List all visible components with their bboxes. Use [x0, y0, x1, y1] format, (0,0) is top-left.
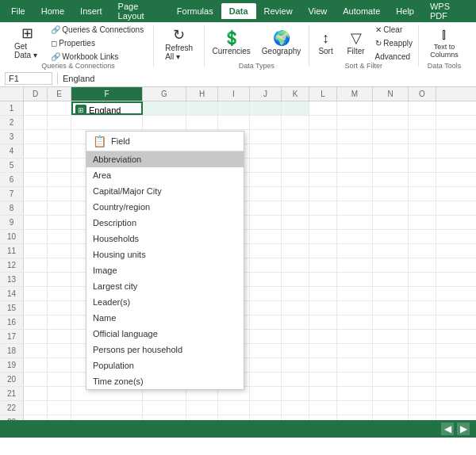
get-data-icon: ⊞	[21, 26, 33, 40]
scroll-left-button[interactable]: ◀	[441, 422, 454, 435]
field-dropdown-menu: 📋 Field Abbreviation Area Capital/Major …	[86, 131, 244, 390]
row-number-1: 1	[0, 101, 24, 115]
sort-filter-col: ✕ Clear ↻ Reapply Advanced	[372, 25, 416, 60]
tab-help[interactable]: Help	[388, 3, 422, 19]
cell-k1[interactable]	[282, 101, 309, 115]
row-number-14: 14	[0, 287, 24, 300]
cell-e2[interactable]	[48, 116, 71, 129]
reapply-button[interactable]: ↻ Reapply	[372, 37, 416, 49]
tab-formulas[interactable]: Formulas	[169, 3, 221, 19]
tab-wps-pdf[interactable]: WPS PDF	[422, 0, 473, 24]
tab-page-layout[interactable]: Page Layout	[110, 0, 169, 24]
queries-connections-group: ⊞ Get Data ▾ 🔗 Queries & Connections ◻ P…	[6, 25, 154, 67]
cell-j1[interactable]	[250, 101, 282, 115]
tab-review[interactable]: Review	[256, 3, 301, 19]
name-box[interactable]	[5, 72, 52, 85]
cell-h1[interactable]	[186, 101, 218, 115]
dropdown-item-capital[interactable]: Capital/Major City	[86, 183, 244, 199]
col-header-m[interactable]: M	[337, 87, 373, 101]
col-header-g[interactable]: G	[143, 87, 186, 101]
tab-insert[interactable]: Insert	[72, 3, 110, 19]
cell-e1[interactable]	[48, 101, 71, 115]
cell-d2[interactable]	[24, 116, 48, 129]
ribbon: File Home Insert Page Layout Formulas Da…	[0, 0, 476, 70]
dropdown-item-abbreviation[interactable]: Abbreviation	[86, 151, 244, 167]
cell-d1[interactable]	[24, 101, 48, 115]
dropdown-item-description[interactable]: Description	[86, 215, 244, 231]
cell-o1[interactable]	[409, 101, 436, 115]
queries-col: 🔗 Queries & Connections ◻ Properties 🔗 W…	[48, 25, 148, 60]
refresh-all-button[interactable]: ↻ RefreshAll ▾	[160, 27, 198, 62]
geography-button[interactable]: 🌍 Geography	[257, 25, 305, 60]
data-types-label: Data Types	[239, 60, 274, 70]
dropdown-item-area[interactable]: Area	[86, 167, 244, 183]
get-data-button[interactable]: ⊞ Get Data ▾	[10, 25, 46, 60]
filter-button[interactable]: ▽ Filter	[342, 25, 370, 60]
dropdown-item-population[interactable]: Population	[86, 358, 244, 373]
dropdown-item-leaders[interactable]: Leader(s)	[86, 294, 244, 310]
dropdown-item-households[interactable]: Households	[86, 231, 244, 247]
queries-group-label: Queries & Connections	[41, 60, 115, 70]
cell-l1[interactable]	[309, 101, 337, 115]
dropdown-item-housing-units[interactable]: Housing units	[86, 247, 244, 262]
cell-g2[interactable]	[143, 116, 186, 129]
data-tools-label: Data Tools	[428, 60, 461, 70]
row-number-5: 5	[0, 159, 24, 172]
ribbon-content-area: ⊞ Get Data ▾ 🔗 Queries & Connections ◻ P…	[0, 22, 476, 70]
ribbon-tab-bar: File Home Insert Page Layout Formulas Da…	[0, 0, 476, 22]
dropdown-item-time-zone[interactable]: Time zone(s)	[86, 373, 244, 389]
data-tools-group: ⫿ Text toColumns Data Tools	[422, 25, 470, 67]
dropdown-item-persons-per-household[interactable]: Persons per household	[86, 342, 244, 358]
cell-f1[interactable]: ⊞ England	[71, 101, 143, 115]
spreadsheet: D E F G H I J K L M N O 1 ⊞ England	[0, 87, 476, 438]
scroll-right-button[interactable]: ▶	[457, 422, 470, 435]
col-header-k[interactable]: K	[282, 87, 309, 101]
clear-button[interactable]: ✕ Clear	[372, 24, 416, 36]
cell-i1[interactable]	[218, 101, 250, 115]
table-row: 1 ⊞ England	[0, 101, 476, 116]
col-header-e[interactable]: E	[48, 87, 71, 101]
properties-button[interactable]: ◻ Properties	[48, 37, 148, 49]
tab-view[interactable]: View	[301, 3, 336, 19]
tab-home[interactable]: Home	[33, 3, 72, 19]
row-number-8: 8	[0, 201, 24, 215]
col-header-o[interactable]: O	[409, 87, 436, 101]
row-number-18: 18	[0, 344, 24, 358]
col-header-f[interactable]: F	[71, 87, 143, 101]
col-header-h[interactable]: H	[186, 87, 218, 101]
dropdown-item-official-language[interactable]: Official language	[86, 326, 244, 342]
formula-value: England	[63, 74, 94, 83]
queries-buttons: ⊞ Get Data ▾ 🔗 Queries & Connections ◻ P…	[10, 25, 147, 60]
dropdown-item-image[interactable]: Image	[86, 262, 244, 278]
text-to-columns-button[interactable]: ⫿ Text toColumns	[425, 25, 463, 60]
row-number-19: 19	[0, 358, 24, 372]
sort-button[interactable]: ↕ Sort	[312, 25, 340, 60]
tab-file[interactable]: File	[3, 3, 33, 19]
scroll-controls: ◀ ▶	[441, 422, 470, 435]
sort-icon: ↕	[322, 31, 329, 45]
filter-icon: ▽	[351, 31, 362, 45]
row-number-13: 13	[0, 273, 24, 286]
col-header-d[interactable]: D	[24, 87, 48, 101]
row-spacer	[0, 87, 24, 101]
refresh-group: ↻ RefreshAll ▾	[157, 25, 205, 67]
queries-connections-button[interactable]: 🔗 Queries & Connections	[48, 24, 148, 36]
dropdown-item-country[interactable]: Country/region	[86, 199, 244, 215]
dropdown-item-name[interactable]: Name	[86, 310, 244, 326]
row-number-22: 22	[0, 401, 24, 415]
formula-bar-separator	[57, 72, 58, 85]
tab-automate[interactable]: Automate	[335, 3, 388, 19]
tab-data[interactable]: Data	[221, 3, 256, 19]
cell-m1[interactable]	[337, 101, 373, 115]
refresh-label: RefreshAll ▾	[165, 44, 193, 61]
row-number-2: 2	[0, 116, 24, 129]
col-header-i[interactable]: I	[218, 87, 250, 101]
col-header-n[interactable]: N	[373, 87, 409, 101]
dropdown-item-largest-city[interactable]: Largest city	[86, 278, 244, 294]
col-header-l[interactable]: L	[309, 87, 337, 101]
col-header-j[interactable]: J	[250, 87, 282, 101]
cell-g1[interactable]	[143, 101, 186, 115]
cell-f2[interactable]	[71, 116, 143, 129]
cell-n1[interactable]	[373, 101, 409, 115]
currencies-button[interactable]: 💲 Currencies	[207, 25, 255, 60]
